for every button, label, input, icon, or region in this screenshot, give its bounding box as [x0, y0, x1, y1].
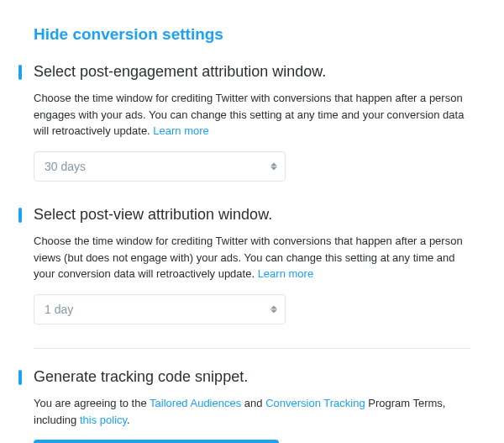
this-policy-link[interactable]: this policy	[80, 414, 127, 426]
save-tag-generate-snippet-button[interactable]: Save tag and generate code snippet	[34, 440, 279, 443]
tailored-audiences-link[interactable]: Tailored Audiences	[150, 397, 241, 409]
section-divider	[34, 348, 470, 349]
post-engagement-title: Select post-engagement attribution windo…	[34, 62, 470, 82]
post-view-title: Select post-view attribution window.	[34, 205, 470, 224]
generate-snippet-section: Generate tracking code snippet. You are …	[34, 367, 470, 443]
terms-text-post: .	[127, 414, 130, 426]
post-view-desc-text: Choose the time window for crediting Twi…	[34, 235, 463, 280]
post-engagement-select-value: 30 days	[45, 160, 86, 173]
generate-snippet-desc: You are agreeing to the Tailored Audienc…	[34, 395, 470, 428]
post-engagement-section: Select post-engagement attribution windo…	[34, 62, 470, 182]
post-view-select-value: 1 day	[45, 303, 73, 316]
conversion-tracking-link[interactable]: Conversion Tracking	[265, 397, 365, 409]
post-engagement-desc-text: Choose the time window for crediting Twi…	[34, 92, 464, 137]
terms-text-pre: You are agreeing to the	[34, 397, 150, 409]
post-view-section: Select post-view attribution window. Cho…	[34, 205, 470, 324]
post-engagement-select-wrap: 30 days	[34, 151, 286, 182]
post-view-select-wrap: 1 day	[34, 294, 286, 324]
post-view-learn-more-link[interactable]: Learn more	[258, 267, 313, 280]
generate-snippet-title: Generate tracking code snippet.	[34, 367, 470, 387]
hide-conversion-settings-toggle[interactable]: Hide conversion settings	[34, 25, 470, 44]
post-engagement-learn-more-link[interactable]: Learn more	[153, 124, 208, 137]
post-view-desc: Choose the time window for crediting Twi…	[34, 233, 470, 282]
post-engagement-desc: Choose the time window for crediting Twi…	[34, 90, 470, 140]
terms-text-mid1: and	[241, 397, 265, 409]
post-view-select[interactable]: 1 day	[34, 294, 286, 324]
post-engagement-select[interactable]: 30 days	[34, 151, 286, 182]
